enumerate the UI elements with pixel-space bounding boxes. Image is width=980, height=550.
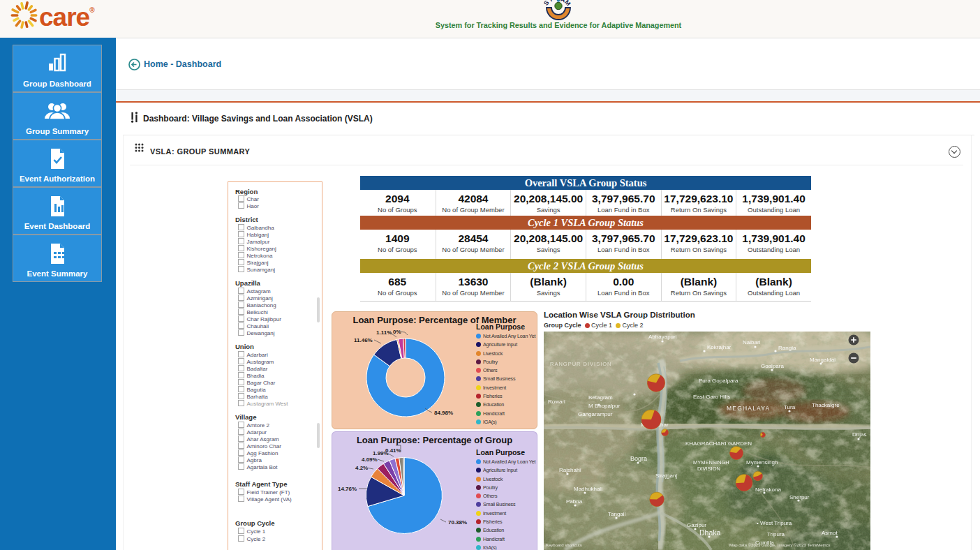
svg-text:Rowari: Rowari xyxy=(548,399,565,405)
svg-text:East Garo Hills: East Garo Hills xyxy=(693,394,730,400)
svg-text:Abhayapuri: Abhayapuri xyxy=(648,334,677,340)
svg-text:14.76%: 14.76% xyxy=(338,486,357,492)
svg-text:Dhaka: Dhaka xyxy=(699,528,721,537)
svg-text:MEGHALAYA: MEGHALAYA xyxy=(727,405,770,412)
svg-text:KHAGRACHARI GARDEN: KHAGRACHARI GARDEN xyxy=(685,440,752,447)
svg-text:0.41%: 0.41% xyxy=(385,447,401,454)
svg-text:1.11%: 1.11% xyxy=(376,329,392,336)
svg-text:4.2%: 4.2% xyxy=(355,465,368,471)
svg-text:Nalbari: Nalbari xyxy=(743,339,761,345)
svg-text:Dhjas: Dhjas xyxy=(852,431,866,438)
svg-text:Madhukhali: Madhukhali xyxy=(574,486,602,492)
svg-text:Gazipur: Gazipur xyxy=(687,522,706,528)
svg-text:Rangia: Rangia xyxy=(778,345,796,351)
svg-text:Tura: Tura xyxy=(784,404,796,410)
svg-text:84.98%: 84.98% xyxy=(434,410,453,416)
svg-text:Sherpur: Sherpur xyxy=(789,494,810,500)
svg-text:• West Tripura: • West Tripura xyxy=(757,520,792,526)
svg-text:Thackalgre: Thackalgre xyxy=(812,402,840,408)
svg-text:Betagram: Betagram xyxy=(588,394,613,401)
svg-text:Sirajganj: Sirajganj xyxy=(655,473,677,479)
svg-text:Bogra: Bogra xyxy=(630,455,647,462)
svg-text:Pura Gopalpara: Pura Gopalpara xyxy=(699,378,738,384)
svg-text:DIVISION: DIVISION xyxy=(697,466,720,472)
svg-text:M Bhopalpur: M Bhopalpur xyxy=(588,403,621,409)
svg-text:Map data ©2023 Google, Imagery: Map data ©2023 Google, Imagery ©2023 Ter… xyxy=(729,543,830,547)
svg-text:RANGPUR DIVISION: RANGPUR DIVISION xyxy=(550,361,612,367)
svg-text:Mymensingh: Mymensingh xyxy=(746,459,778,466)
svg-text:Pabna: Pabna xyxy=(566,498,583,505)
svg-text:Tangail: Tangail xyxy=(608,511,626,517)
svg-text:MYMENSINGH: MYMENSINGH xyxy=(693,459,729,466)
svg-text:Asmot: Asmot xyxy=(822,530,838,536)
svg-text:Netrakona: Netrakona xyxy=(755,486,781,493)
svg-text:Rajshahi: Rajshahi xyxy=(559,467,581,473)
svg-text:70.38%: 70.38% xyxy=(448,519,467,526)
svg-text:Gangarampur: Gangarampur xyxy=(578,411,613,417)
svg-text:Goalpara: Goalpara xyxy=(761,363,784,369)
svg-text:Mangaldai: Mangaldai xyxy=(810,357,836,363)
svg-text:Keyboard shortcuts: Keyboard shortcuts xyxy=(546,543,582,547)
svg-text:Tripura: Tripura xyxy=(767,531,785,537)
svg-text:Kokrajhar: Kokrajhar xyxy=(707,344,732,350)
svg-text:11.46%: 11.46% xyxy=(354,337,373,343)
svg-text:4.09%: 4.09% xyxy=(362,456,378,463)
